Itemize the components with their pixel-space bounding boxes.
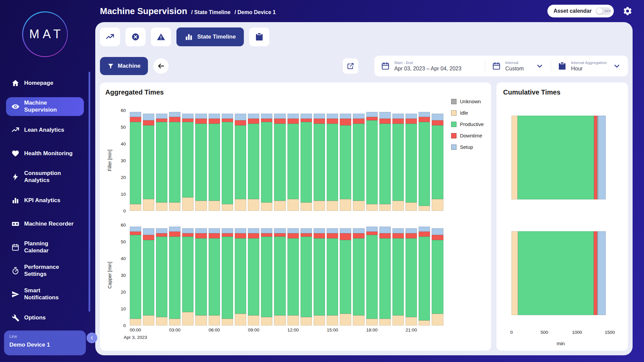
capper-bar-06:00[interactable] [209, 225, 220, 325]
cum-capper-idle-segment[interactable] [512, 231, 518, 315]
cum-filler-productive-segment[interactable] [518, 116, 594, 199]
cum-capper-setup-segment[interactable] [598, 231, 606, 315]
downtime-segment [419, 232, 430, 237]
sidebar-item-consumption-analytics[interactable]: Consumption Analytics [6, 168, 84, 186]
filler-bar-11:00[interactable] [274, 110, 285, 211]
x-circle-view-button[interactable] [125, 27, 146, 46]
min-tick-label: 500 [540, 330, 548, 335]
y-tick-label: 20 [121, 290, 126, 295]
trend-view-button[interactable] [100, 27, 120, 46]
sidebar-item-smart-notifications[interactable]: Smart Notifications [6, 285, 84, 304]
filler-bar-23:00[interactable] [432, 110, 443, 211]
capper-bar-21:00[interactable] [406, 225, 417, 325]
capper-bar-03:00[interactable] [169, 225, 180, 325]
cum-capper-productive-segment[interactable] [518, 231, 594, 315]
capper-bar-14:00[interactable] [314, 225, 325, 325]
state-timeline-view-button[interactable]: State Timeline [176, 27, 244, 46]
filler-bar-01:00[interactable] [143, 110, 154, 211]
y-tick-label: 10 [121, 192, 126, 197]
downtime-segment [222, 119, 233, 122]
sidebar-item-machine-recorder[interactable]: Machine Recorder [6, 215, 84, 233]
sidebar-collapse-button[interactable] [87, 333, 97, 343]
capper-bar-05:00[interactable] [195, 225, 207, 325]
sidebar-item-planning-calendar[interactable]: Planning Calendar [6, 238, 84, 257]
date-range-picker[interactable]: Start - End Apr 03, 2023 – Apr 04, 2023 [374, 56, 485, 76]
cum-capper-downtime-segment[interactable] [594, 231, 597, 315]
capper-bar-12:00[interactable] [287, 225, 299, 325]
setup-segment [209, 228, 220, 233]
sidebar-item-homepage[interactable]: Homepage [6, 74, 84, 93]
settings-gear-icon[interactable] [623, 6, 633, 16]
interval-aggregation-select[interactable]: Interval Aggregation Hour [551, 56, 628, 76]
sidebar-item-health-monitoring[interactable]: Health Monitoring [6, 144, 84, 163]
productive-segment [327, 238, 338, 315]
filter-icon [107, 63, 114, 69]
filler-bar-06:00[interactable] [209, 110, 220, 211]
productive-segment [314, 238, 325, 315]
filler-bar-09:00[interactable] [248, 110, 259, 211]
capper-bar-01:00[interactable] [143, 225, 154, 325]
sidebar-item-performance-settings[interactable]: Performance Settings [6, 261, 84, 280]
back-button[interactable] [153, 58, 169, 74]
filler-bar-05:00[interactable] [195, 110, 207, 211]
capper-bar-10:00[interactable] [261, 225, 272, 325]
warning-view-button[interactable] [151, 27, 171, 46]
productive-segment [340, 125, 351, 199]
filler-bar-04:00[interactable] [182, 110, 194, 211]
capper-bar-15:00[interactable] [327, 225, 338, 325]
asset-calendar-toggle[interactable]: Asset calendar OFF [547, 5, 614, 17]
capper-bar-02:00[interactable] [156, 225, 167, 325]
device-card[interactable]: Line Demo Device 1 [4, 330, 86, 355]
capper-bar-22:00[interactable] [419, 225, 430, 325]
filler-bar-12:00[interactable] [287, 110, 299, 211]
sidebar-item-kpi-analytics[interactable]: KPI Analytics [6, 191, 84, 210]
filler-bar-16:00[interactable] [340, 110, 351, 211]
capper-bar-07:00[interactable] [222, 225, 233, 325]
x-tick-label [181, 327, 195, 333]
cum-filler-idle-segment[interactable] [512, 116, 518, 199]
machine-filter-button[interactable]: Machine [100, 57, 148, 75]
x-tick-label: 06:00 [208, 327, 221, 333]
filler-bar-00:00[interactable] [130, 110, 141, 211]
sidebar-item-lean-analytics[interactable]: Lean Analytics [6, 121, 84, 139]
filler-bar-22:00[interactable] [419, 110, 430, 211]
cum-filler-downtime-segment[interactable] [594, 116, 597, 199]
sidebar-item-machine-supervision[interactable]: Machine Supervision [6, 97, 84, 116]
filler-bar-07:00[interactable] [222, 110, 233, 211]
asset-calendar-switch[interactable]: OFF [596, 7, 611, 15]
filler-bar-14:00[interactable] [314, 110, 325, 211]
capper-bar-09:00[interactable] [248, 225, 259, 325]
filler-bar-15:00[interactable] [327, 110, 338, 211]
interval-select[interactable]: Interval Custom [485, 56, 551, 76]
capper-bar-18:00[interactable] [366, 225, 378, 325]
capper-bar-00:00[interactable] [130, 225, 141, 325]
cum-filler-setup-segment[interactable] [598, 116, 606, 199]
filler-bar-18:00[interactable] [366, 110, 378, 211]
filler-bar-17:00[interactable] [353, 110, 364, 211]
filler-bar-08:00[interactable] [235, 110, 246, 211]
filler-bar-10:00[interactable] [261, 110, 272, 211]
x-tick-label [155, 327, 168, 333]
export-button[interactable] [343, 58, 358, 74]
filler-bar-19:00[interactable] [379, 110, 391, 211]
clipboard-view-button[interactable] [249, 27, 269, 46]
filler-bar-13:00[interactable] [301, 110, 312, 211]
capper-bar-04:00[interactable] [182, 225, 194, 325]
filler-bar-02:00[interactable] [156, 110, 167, 211]
sidebar-item-options[interactable]: Options [6, 308, 84, 327]
capper-bar-16:00[interactable] [340, 225, 351, 325]
capper-bar-13:00[interactable] [301, 225, 312, 325]
setup-segment [327, 228, 338, 233]
capper-bar-20:00[interactable] [392, 225, 404, 325]
downtime-segment [130, 117, 141, 122]
idle-segment [340, 314, 351, 325]
sidebar-scrollbar[interactable] [89, 72, 90, 312]
filler-bar-03:00[interactable] [169, 110, 180, 211]
filler-bar-20:00[interactable] [392, 110, 404, 211]
capper-bar-19:00[interactable] [379, 225, 391, 325]
capper-bar-08:00[interactable] [235, 225, 246, 325]
capper-bar-17:00[interactable] [353, 225, 364, 325]
filler-bar-21:00[interactable] [406, 110, 417, 211]
capper-bar-23:00[interactable] [432, 225, 443, 325]
capper-bar-11:00[interactable] [274, 225, 285, 325]
